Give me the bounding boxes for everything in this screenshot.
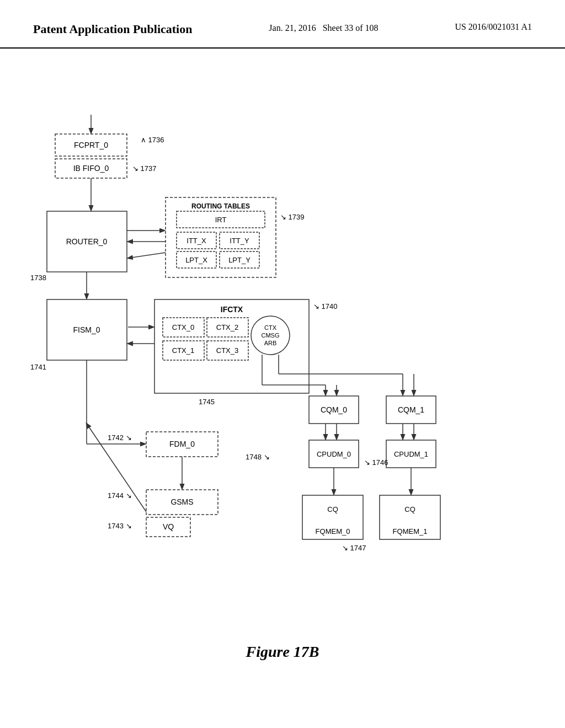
svg-text:FQMEM_0: FQMEM_0 <box>316 527 350 536</box>
svg-text:1748 ↘: 1748 ↘ <box>246 453 270 461</box>
svg-text:FCPRT_0: FCPRT_0 <box>74 141 108 149</box>
svg-text:1745: 1745 <box>199 398 215 406</box>
svg-text:1744 ↘: 1744 ↘ <box>108 491 132 500</box>
svg-text:CQM_1: CQM_1 <box>398 405 424 414</box>
svg-text:VQ: VQ <box>163 522 174 531</box>
svg-text:CQ: CQ <box>404 505 415 513</box>
svg-text:1743 ↘: 1743 ↘ <box>108 522 132 530</box>
svg-text:CTX_0: CTX_0 <box>172 323 194 331</box>
figure-label: Figure 17B <box>246 643 319 661</box>
svg-text:↘ 1746: ↘ 1746 <box>364 458 388 467</box>
svg-text:CTX_1: CTX_1 <box>172 346 194 355</box>
publication-title: Patent Application Publication <box>33 22 192 36</box>
svg-text:∧ 1736: ∧ 1736 <box>141 136 164 144</box>
svg-text:FDM_0: FDM_0 <box>169 440 195 448</box>
page-header: Patent Application Publication Jan. 21, … <box>0 0 565 49</box>
svg-text:↘ 1747: ↘ 1747 <box>342 544 366 552</box>
svg-text:IFCTX: IFCTX <box>221 305 243 314</box>
svg-text:↘ 1739: ↘ 1739 <box>280 213 305 221</box>
publication-number: US 2016/0021031 A1 <box>455 22 532 32</box>
page: Patent Application Publication Jan. 21, … <box>0 0 565 728</box>
svg-text:CTX_2: CTX_2 <box>216 323 238 331</box>
sheet-info: Sheet 33 of 108 <box>323 23 379 33</box>
svg-text:IB FIFO_0: IB FIFO_0 <box>73 164 109 173</box>
svg-text:ROUTING TABLES: ROUTING TABLES <box>191 202 250 210</box>
svg-text:LPT_X: LPT_X <box>185 256 207 264</box>
svg-text:IRT: IRT <box>215 216 227 224</box>
svg-text:CMSG: CMSG <box>262 332 280 339</box>
svg-text:ARB: ARB <box>264 340 277 346</box>
svg-text:ROUTER_0: ROUTER_0 <box>66 237 108 246</box>
svg-text:GSMS: GSMS <box>170 497 193 506</box>
diagram-svg: FCPRT_0 IB FIFO_0 ∧ 1736 ↘ 1737 ROUTER_0… <box>0 49 565 694</box>
diagram-area: FCPRT_0 IB FIFO_0 ∧ 1736 ↘ 1737 ROUTER_0… <box>0 49 565 694</box>
svg-text:FQMEM_1: FQMEM_1 <box>393 527 428 536</box>
svg-text:FISM_0: FISM_0 <box>73 325 100 334</box>
svg-text:CQ: CQ <box>327 505 338 513</box>
svg-text:1738: 1738 <box>30 274 46 282</box>
publication-date: Jan. 21, 2016 <box>269 23 316 33</box>
svg-text:CPUDM_1: CPUDM_1 <box>394 450 428 458</box>
svg-text:CQM_0: CQM_0 <box>321 405 347 414</box>
svg-line-25 <box>128 253 166 258</box>
svg-text:CTX_3: CTX_3 <box>216 346 238 355</box>
publication-date-sheet: Jan. 21, 2016 Sheet 33 of 108 <box>269 22 378 34</box>
svg-text:CPUDM_0: CPUDM_0 <box>317 450 351 458</box>
svg-text:↘ 1737: ↘ 1737 <box>132 164 157 173</box>
svg-text:↘ 1740: ↘ 1740 <box>313 302 338 311</box>
svg-text:CTX: CTX <box>264 324 277 331</box>
svg-text:1742 ↘: 1742 ↘ <box>108 433 132 442</box>
svg-text:ITT_X: ITT_X <box>186 237 206 245</box>
svg-text:LPT_Y: LPT_Y <box>228 256 250 264</box>
svg-text:ITT_Y: ITT_Y <box>230 237 249 245</box>
svg-text:1741: 1741 <box>30 363 46 371</box>
